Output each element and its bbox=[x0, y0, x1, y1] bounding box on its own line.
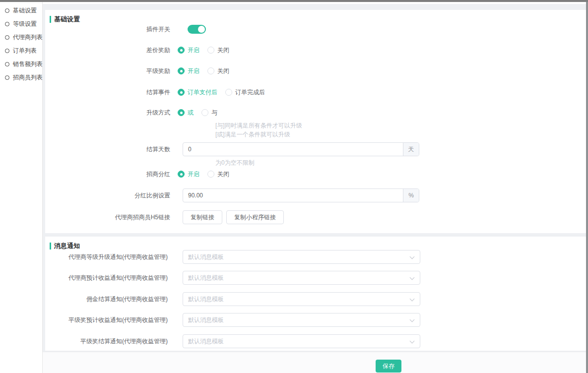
circle-icon bbox=[5, 75, 9, 80]
sidebar-item-label: 代理商列表 bbox=[13, 33, 43, 42]
plugin-switch-row: 插件开关 bbox=[45, 22, 586, 36]
sidebar-item-level-settings[interactable]: 等级设置 bbox=[0, 17, 42, 31]
upgrade-mode-row: 升级方式 或 与 bbox=[45, 106, 586, 120]
field-label: 差价奖励 bbox=[45, 46, 170, 55]
field-label: 平级奖结算通知(代理商收益管理) bbox=[45, 337, 168, 346]
radio-unchecked-icon bbox=[201, 109, 208, 116]
notify-row-level-upgrade: 代理商等级升级通知(代理商收益管理) 默认消息模板 bbox=[45, 250, 586, 264]
radio-unchecked-icon bbox=[207, 47, 214, 54]
radio-option-after-payment[interactable]: 订单支付后 bbox=[178, 88, 217, 97]
field-label: 结算事件 bbox=[45, 88, 170, 97]
notify-row-expected-income: 代理商预计收益通知(代理商收益管理) 默认消息模板 bbox=[45, 271, 586, 285]
radio-checked-icon bbox=[178, 171, 185, 178]
settle-days-help: 为0为空不限制 bbox=[215, 158, 255, 167]
main-content: 基础设置 插件开关 差价奖励 开启 关闭 bbox=[43, 2, 586, 373]
radio-option-after-complete[interactable]: 订单完成后 bbox=[225, 88, 265, 97]
toggle-knob-icon bbox=[198, 26, 205, 33]
radio-option-off[interactable]: 关闭 bbox=[207, 46, 229, 55]
radio-checked-icon bbox=[178, 109, 185, 116]
settle-event-row: 结算事件 订单支付后 订单完成后 bbox=[45, 85, 586, 99]
message-notify-card: 消息通知 代理商等级升级通知(代理商收益管理) 默认消息模板 代理商预计收益通知… bbox=[45, 237, 586, 351]
field-label: 招商分红 bbox=[45, 170, 170, 179]
price-diff-reward-row: 差价奖励 开启 关闭 bbox=[45, 43, 586, 57]
radio-checked-icon bbox=[178, 47, 185, 54]
sidebar-item-label: 销售额列表 bbox=[13, 60, 43, 68]
radio-option-and[interactable]: 与 bbox=[201, 109, 217, 117]
section-title: 消息通知 bbox=[54, 242, 80, 250]
radio-checked-icon bbox=[178, 89, 185, 96]
field-label: 升级方式 bbox=[45, 109, 170, 117]
template-select[interactable]: 默认消息模板 bbox=[183, 250, 420, 264]
circle-icon bbox=[5, 22, 9, 26]
unit-suffix: % bbox=[403, 189, 419, 202]
sidebar-item-label: 基础设置 bbox=[13, 6, 37, 15]
radio-option-on[interactable]: 开启 bbox=[178, 170, 199, 179]
notify-row-commission-settle: 佣金结算通知(代理商收益管理) 默认消息模板 bbox=[45, 292, 586, 306]
sidebar-item-sales-list[interactable]: 销售额列表 bbox=[0, 58, 42, 71]
sidebar-item-label: 等级设置 bbox=[13, 20, 37, 28]
recruit-dividend-row: 招商分红 开启 关闭 bbox=[45, 167, 586, 181]
dividend-ratio-input[interactable] bbox=[183, 189, 403, 202]
circle-icon bbox=[5, 62, 9, 66]
chevron-down-icon bbox=[410, 275, 415, 280]
upgrade-mode-help-or: [或]满足一个条件就可以升级 bbox=[215, 130, 290, 139]
field-label: 平级奖预计收益通知(代理商收益管理) bbox=[45, 316, 168, 324]
sidebar-item-recruiter-list[interactable]: 招商员列表 bbox=[0, 71, 42, 84]
window-right-edge bbox=[586, 0, 588, 373]
sidebar-item-label: 订单列表 bbox=[13, 47, 37, 55]
radio-option-on[interactable]: 开启 bbox=[178, 67, 199, 75]
field-label: 分红比例设置 bbox=[45, 191, 170, 200]
chevron-down-icon bbox=[410, 317, 415, 322]
section-accent-bar bbox=[50, 16, 51, 23]
message-notify-header: 消息通知 bbox=[50, 242, 80, 250]
field-label: 结算天数 bbox=[45, 145, 170, 154]
sidebar-item-agent-list[interactable]: 代理商列表 bbox=[0, 31, 42, 44]
copy-miniprogram-link-button[interactable]: 复制小程序链接 bbox=[226, 210, 284, 224]
notify-row-peer-expected-income: 平级奖预计收益通知(代理商收益管理) 默认消息模板 bbox=[45, 313, 586, 327]
radio-checked-icon bbox=[178, 67, 185, 74]
radio-option-or[interactable]: 或 bbox=[178, 109, 194, 117]
settle-days-row: 结算天数 天 bbox=[45, 142, 586, 156]
template-select[interactable]: 默认消息模板 bbox=[183, 271, 420, 285]
save-button[interactable]: 保存 bbox=[376, 360, 401, 373]
footer-bar: 保存 bbox=[43, 352, 586, 373]
settle-days-input[interactable] bbox=[183, 143, 403, 156]
field-label: 代理商等级升级通知(代理商收益管理) bbox=[45, 253, 168, 261]
h5-link-row: 代理商招商员H5链接 复制链接 复制小程序链接 bbox=[45, 210, 586, 224]
field-label: 平级奖励 bbox=[45, 67, 170, 75]
circle-icon bbox=[5, 49, 9, 53]
chevron-down-icon bbox=[410, 339, 415, 344]
main-top-strip bbox=[43, 2, 586, 4]
window-top-bar bbox=[0, 0, 588, 2]
radio-option-off[interactable]: 关闭 bbox=[207, 67, 229, 75]
settings-sidebar: 基础设置 等级设置 代理商列表 订单列表 销售额列表 招商员列表 bbox=[0, 2, 43, 373]
settle-days-input-wrap: 天 bbox=[183, 142, 419, 156]
notify-row-peer-settle: 平级奖结算通知(代理商收益管理) 默认消息模板 bbox=[45, 334, 586, 348]
sidebar-item-order-list[interactable]: 订单列表 bbox=[0, 44, 42, 58]
unit-suffix: 天 bbox=[403, 143, 419, 156]
sidebar-item-label: 招商员列表 bbox=[13, 73, 43, 82]
dividend-ratio-row: 分红比例设置 % bbox=[45, 188, 586, 202]
field-label: 插件开关 bbox=[45, 25, 170, 34]
field-label: 代理商预计收益通知(代理商收益管理) bbox=[45, 274, 168, 282]
template-select[interactable]: 默认消息模板 bbox=[183, 292, 420, 306]
template-select[interactable]: 默认消息模板 bbox=[183, 334, 420, 348]
radio-option-off[interactable]: 关闭 bbox=[207, 170, 229, 179]
radio-unchecked-icon bbox=[207, 67, 214, 74]
plugin-switch-toggle[interactable] bbox=[188, 25, 206, 34]
upgrade-mode-help-and: [与]同时满足所有条件才可以升级 bbox=[215, 121, 302, 130]
circle-icon bbox=[5, 35, 9, 40]
chevron-down-icon bbox=[410, 254, 415, 259]
basic-settings-card: 基础设置 插件开关 差价奖励 开启 关闭 bbox=[45, 10, 586, 233]
radio-option-on[interactable]: 开启 bbox=[178, 46, 199, 55]
chevron-down-icon bbox=[410, 297, 415, 302]
copy-link-button[interactable]: 复制链接 bbox=[183, 210, 222, 224]
template-select[interactable]: 默认消息模板 bbox=[183, 313, 420, 327]
radio-unchecked-icon bbox=[207, 171, 214, 178]
sidebar-item-basic-settings[interactable]: 基础设置 bbox=[0, 4, 42, 17]
radio-unchecked-icon bbox=[225, 89, 232, 96]
circle-icon bbox=[5, 8, 9, 13]
field-label: 代理商招商员H5链接 bbox=[45, 213, 170, 222]
field-label: 佣金结算通知(代理商收益管理) bbox=[45, 295, 168, 304]
section-accent-bar bbox=[50, 243, 51, 249]
